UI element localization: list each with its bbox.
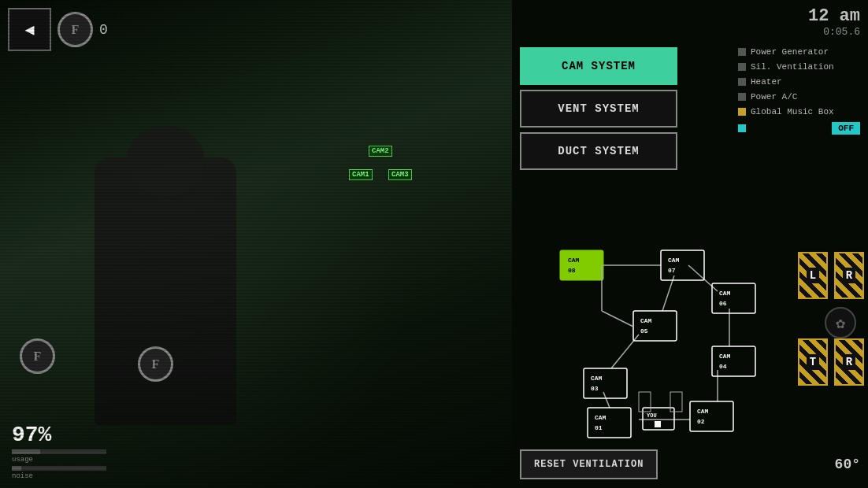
r2-label: R <box>843 354 855 370</box>
power-label-sil-vent: Sil. Ventilation <box>751 62 834 72</box>
noise-bar <box>12 466 106 471</box>
cam1-overlay-label: CAM1 <box>349 169 373 180</box>
lr-buttons-top: L R <box>798 252 864 299</box>
power-label-heater: Heater <box>751 77 782 87</box>
t-label: T <box>807 354 819 370</box>
power-item-generator: Power Generator <box>738 47 860 57</box>
clock-display: 12 am <box>808 6 860 26</box>
diag-line-1 <box>602 311 633 327</box>
freddy-coin-mid: F <box>20 338 55 374</box>
coin-count: 0 <box>99 22 108 38</box>
cam06-text: CAM <box>719 290 731 297</box>
power-label-power-ac: Power A/C <box>751 92 797 102</box>
line-03-01 <box>603 392 610 408</box>
clock-period: am <box>840 6 860 26</box>
cam08-node[interactable] <box>560 250 603 280</box>
reset-ventilation-button[interactable]: RESET VENTILATION <box>520 449 658 479</box>
freddy-coin-mid2: F <box>138 346 173 382</box>
power-item-off[interactable]: OFF <box>738 122 860 135</box>
cam07-subtext: 07 <box>668 267 676 274</box>
shaft-1 <box>639 392 651 412</box>
off-badge: OFF <box>832 122 860 135</box>
cam04-text: CAM <box>719 353 731 360</box>
shaft-2 <box>670 392 682 412</box>
power-item-heater: Heater <box>738 77 860 87</box>
power-item-sil-vent: Sil. Ventilation <box>738 62 860 72</box>
cam07-node[interactable] <box>661 250 704 280</box>
right-panel: 12 am 0:05.6 CAM SYSTEM VENT SYSTEM DUCT… <box>512 0 868 488</box>
cam03-text: CAM <box>591 375 603 382</box>
power-dot-generator <box>738 48 746 56</box>
back-icon: ◀ <box>24 20 34 39</box>
power-dot-sil-vent <box>738 63 746 71</box>
bottom-bar: RESET VENTILATION 60° <box>512 441 868 488</box>
noise-bar-fill <box>12 466 21 471</box>
l-label: L <box>807 268 819 283</box>
power-item-power-ac: Power A/C <box>738 92 860 102</box>
l-button[interactable]: L <box>798 252 828 299</box>
cam05-node[interactable] <box>633 311 677 341</box>
usage-bar-fill <box>12 449 40 454</box>
power-label-generator: Power Generator <box>751 47 829 57</box>
usage-bar <box>12 449 106 454</box>
cam06-subtext: 06 <box>719 300 727 307</box>
camera-view: CAM1 CAM2 CAM3 ◀ F 0 F F 97% usage noise <box>0 0 512 488</box>
top-left-controls: ◀ F 0 <box>8 8 108 51</box>
cam08-text: CAM <box>568 257 580 264</box>
power-label-music-box: Global Music Box <box>751 107 834 116</box>
cam06-node[interactable] <box>712 283 755 313</box>
r2-button[interactable]: R <box>834 338 864 386</box>
you-dot <box>655 421 661 427</box>
noise-bar-container: noise <box>12 466 146 480</box>
figure-head <box>126 126 205 197</box>
cam04-subtext: 04 <box>719 363 727 370</box>
cam05-text: CAM <box>640 317 652 324</box>
power-dot-heater <box>738 78 746 86</box>
cam08-subtext: 08 <box>568 267 576 274</box>
duct-system-button[interactable]: DUCT SYSTEM <box>520 132 677 170</box>
camera-map: CAM 08 CAM 07 CAM 06 CAM 05 CAM 04 CAM 0… <box>516 189 864 441</box>
back-button[interactable]: ◀ <box>8 8 51 51</box>
cam03-node[interactable] <box>584 368 627 398</box>
usage-label: usage <box>12 456 146 464</box>
lr-buttons-bottom: T R <box>798 338 864 386</box>
cam01-subtext: 01 <box>595 424 603 431</box>
line-05-03 <box>611 335 639 368</box>
cam07-text: CAM <box>668 257 680 264</box>
degree-display: 60° <box>835 457 860 472</box>
power-dot-music-box <box>738 108 746 116</box>
t-button[interactable]: T <box>798 338 828 386</box>
power-dot-off <box>738 124 746 132</box>
bottom-stats: 97% usage noise <box>0 415 158 488</box>
cam-system-button[interactable]: CAM SYSTEM <box>520 47 677 85</box>
cam3-overlay-label: CAM3 <box>388 169 412 180</box>
figure <box>95 157 236 425</box>
map-svg: CAM 08 CAM 07 CAM 06 CAM 05 CAM 04 CAM 0… <box>516 189 864 441</box>
cam03-subtext: 03 <box>591 385 599 392</box>
cam2-overlay-label: CAM2 <box>369 146 392 157</box>
vent-system-button[interactable]: VENT SYSTEM <box>520 90 677 128</box>
cam01-text: CAM <box>595 414 606 421</box>
fan-icon: ✿ <box>825 307 856 338</box>
power-dot-power-ac <box>738 93 746 101</box>
clock-hour: 12 <box>808 6 829 26</box>
system-buttons-panel: CAM SYSTEM VENT SYSTEM DUCT SYSTEM <box>520 47 677 175</box>
cam02-node[interactable] <box>690 401 733 431</box>
cam01-node[interactable] <box>588 408 631 438</box>
r-label: R <box>843 268 855 283</box>
cam02-text: CAM <box>697 408 709 415</box>
cam04-node[interactable] <box>712 346 755 376</box>
r-button[interactable]: R <box>834 252 864 299</box>
you-label: YOU <box>647 412 657 419</box>
noise-label: noise <box>12 472 146 480</box>
power-items-list: Power Generator Sil. Ventilation Heater … <box>738 47 860 140</box>
time-display-area: 12 am 0:05.6 <box>808 6 860 38</box>
cam02-subtext: 02 <box>697 418 705 425</box>
freddy-coin-top: F <box>57 12 93 47</box>
clock-counter: 0:05.6 <box>808 26 860 38</box>
line-07-06 <box>688 265 718 291</box>
usage-bar-container: usage <box>12 449 146 464</box>
battery-percent: 97% <box>12 423 51 447</box>
cam05-subtext: 05 <box>640 327 648 335</box>
power-item-music-box: Global Music Box <box>738 107 860 116</box>
